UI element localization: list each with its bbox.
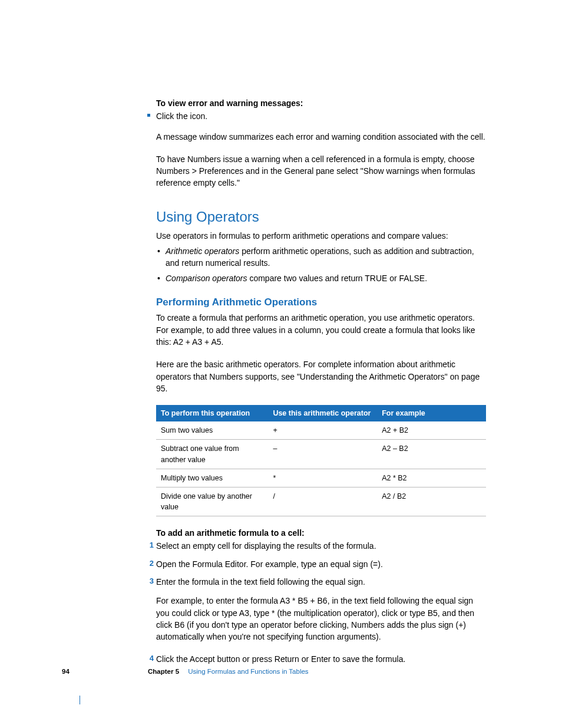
page-footer: 94 Chapter 5 Using Formulas and Function… [62, 668, 309, 675]
table-header: Use this arithmetic operator [268, 405, 377, 421]
page-number: 94 [62, 668, 70, 675]
table-header-row: To perform this operation Use this arith… [156, 405, 486, 421]
list-item: Arithmetic operators perform arithmetic … [156, 245, 486, 269]
term-emphasis: Arithmetic operators [166, 246, 239, 256]
table-cell: – [268, 440, 377, 469]
operator-types-list: Arithmetic operators perform arithmetic … [156, 245, 486, 285]
table-cell: / [268, 487, 377, 516]
table-row: Subtract one value from another value – … [156, 440, 486, 469]
chapter-title: Using Formulas and Functions in Tables [188, 668, 308, 675]
step-item: 2 Open the Formula Editor. For example, … [156, 558, 486, 570]
table-header: For example [377, 405, 486, 421]
arithmetic-operators-table: To perform this operation Use this arith… [156, 405, 486, 516]
body-text: To have Numbers issue a warning when a c… [156, 153, 486, 189]
document-page: To view error and warning messages: Clic… [0, 0, 562, 728]
body-text: A message window summarizes each error a… [156, 131, 486, 143]
page-content: To view error and warning messages: Clic… [156, 97, 486, 666]
table-cell: Multiply two values [156, 469, 268, 487]
step-text: Click the Accept button or press Return … [156, 654, 405, 664]
table-row: Divide one value by another value / A2 /… [156, 487, 486, 516]
table-cell: A2 * B2 [377, 469, 486, 487]
subsection-title-arithmetic: Performing Arithmetic Operations [156, 295, 486, 310]
step-text: Open the Formula Editor. For example, ty… [156, 559, 383, 569]
view-errors-heading: To view error and warning messages: [156, 97, 486, 109]
step-item: 1 Select an empty cell for displaying th… [156, 540, 486, 552]
step-item: 3 Enter the formula in the text field fo… [156, 576, 486, 588]
chapter-label: Chapter 5 [148, 668, 179, 675]
term-emphasis: Comparison operators [166, 274, 247, 283]
step-extra-text: For example, to enter the formula A3 * B… [156, 595, 486, 643]
table-row: Sum two values + A2 + B2 [156, 421, 486, 440]
step-number: 4 [146, 653, 154, 664]
square-bullet-icon [147, 114, 150, 117]
body-text: Here are the basic arithmetic operators.… [156, 358, 486, 394]
step-number: 3 [146, 576, 154, 587]
bullet-item: Click the icon. [156, 110, 486, 122]
list-text: compare two values and return TRUE or FA… [247, 274, 428, 283]
table-cell: A2 + B2 [377, 421, 486, 440]
table-row: Multiply two values * A2 * B2 [156, 469, 486, 487]
bullet-text: Click the icon. [156, 111, 207, 121]
table-cell: A2 – B2 [377, 440, 486, 469]
table-cell: Sum two values [156, 421, 268, 440]
section-title-using-operators: Using Operators [156, 207, 486, 228]
vertical-rule [80, 696, 80, 704]
add-formula-heading: To add an arithmetic formula to a cell: [156, 527, 486, 539]
step-item: 4 Click the Accept button or press Retur… [156, 653, 486, 665]
step-number: 1 [146, 540, 154, 551]
table-cell: * [268, 469, 377, 487]
step-number: 2 [146, 558, 154, 569]
body-text: To create a formula that performs an ari… [156, 312, 486, 348]
table-cell: + [268, 421, 377, 440]
table-cell: A2 / B2 [377, 487, 486, 516]
table-header: To perform this operation [156, 405, 268, 421]
table-cell: Divide one value by another value [156, 487, 268, 516]
table-cell: Subtract one value from another value [156, 440, 268, 469]
list-item: Comparison operators compare two values … [156, 272, 486, 284]
step-text: Enter the formula in the text field foll… [156, 577, 365, 587]
step-text: Select an empty cell for displaying the … [156, 541, 376, 551]
body-text: Use operators in formulas to perform ari… [156, 230, 486, 242]
